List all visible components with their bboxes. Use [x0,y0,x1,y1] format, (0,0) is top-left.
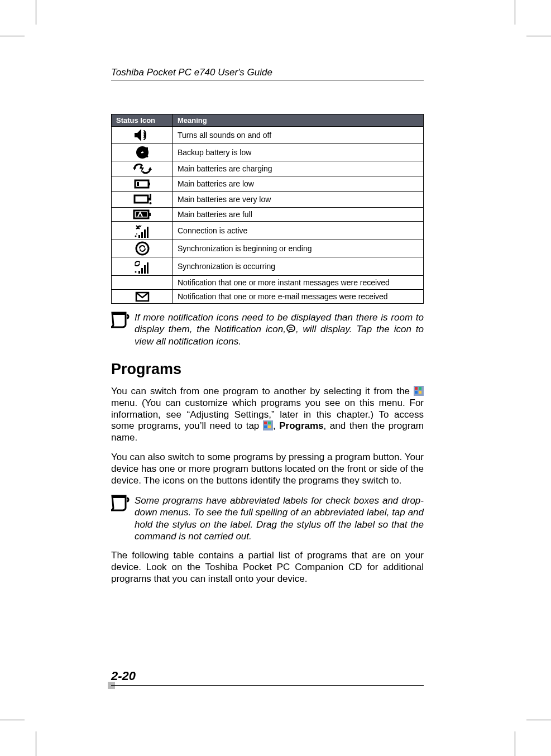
table-cell-meaning: Main batteries are very low [173,192,424,208]
batteries-very-low-icon [112,192,173,208]
svg-rect-23 [141,268,143,274]
table-header-meaning: Meaning [173,114,424,127]
body-paragraph: The following table contains a partial l… [111,550,424,585]
svg-rect-16 [141,232,143,238]
body-paragraph: You can also switch to some programs by … [111,452,424,487]
note-block: If more notification icons need to be di… [111,312,424,347]
crop-mark [515,731,515,756]
table-cell-meaning: Synchronization is beginning or ending [173,240,424,257]
svg-rect-7 [137,182,139,186]
sync-begin-end-icon [112,240,173,257]
table-cell-meaning: Synchronization is occurring [173,257,424,276]
svg-rect-28 [112,313,126,315]
status-icon-table: Status Icon Meaning Turns all sounds on … [111,114,424,304]
svg-point-26 [135,271,136,273]
svg-point-29 [287,325,295,332]
section-heading: Programs [111,361,424,378]
svg-rect-41 [268,425,271,428]
notification-overflow-icon [286,324,296,334]
batteries-full-icon [112,208,173,222]
im-received-icon [112,276,173,290]
header-rule [111,80,424,80]
crop-mark [36,731,36,756]
batteries-charging-icon [112,161,173,176]
svg-rect-22 [138,271,140,274]
svg-rect-33 [415,387,418,390]
svg-rect-15 [138,235,140,238]
table-cell-meaning: Turns all sounds on and off [173,127,424,144]
svg-rect-42 [112,496,126,498]
svg-point-21 [136,242,148,255]
svg-rect-10 [150,194,151,200]
svg-rect-18 [147,227,148,238]
svg-rect-17 [144,229,146,238]
body-paragraph: You can switch from one program to anoth… [111,386,424,444]
running-header: Toshiba Pocket PC e740 User's Guide [111,67,424,78]
crop-mark [0,720,25,720]
start-menu-icon [414,386,424,396]
table-header-icon: Status Icon [112,114,173,127]
crop-mark [526,36,551,36]
page-number: 2-20 [111,669,136,683]
table-cell-meaning: Main batteries are low [173,176,424,192]
table-cell-meaning: Main batteries are charging [173,161,424,176]
table-cell-meaning: Notification that one or more instant me… [173,276,424,290]
svg-rect-40 [264,425,267,428]
batteries-low-icon [112,176,173,192]
sync-occurring-icon [112,257,173,276]
svg-rect-8 [135,195,148,203]
svg-rect-25 [147,262,148,274]
backup-battery-low-icon [112,144,173,161]
svg-point-20 [136,233,137,235]
svg-rect-6 [148,183,150,185]
start-menu-icon [263,420,273,430]
svg-rect-3 [146,147,148,154]
note-text: Some programs have abbreviated labels fo… [135,495,424,542]
note-marker-icon [111,312,130,347]
svg-rect-39 [268,422,271,424]
sound-toggle-icon [112,127,173,144]
note-block: Some programs have abbreviated labels fo… [111,495,424,542]
connection-active-icon [112,222,173,240]
crop-mark [515,0,515,25]
svg-rect-38 [264,422,267,424]
svg-rect-35 [415,391,418,394]
crop-mark [36,0,36,25]
table-cell-meaning: Notification that one or more e-mail mes… [173,290,424,304]
svg-rect-36 [419,391,421,394]
svg-point-19 [135,236,136,237]
crop-mark [0,36,25,36]
crop-mark [526,720,551,720]
table-cell-meaning: Connection is active [173,222,424,240]
page-number-rule [111,685,424,686]
svg-rect-34 [419,387,421,390]
svg-rect-24 [144,265,146,274]
svg-rect-13 [148,213,151,216]
svg-point-11 [149,202,151,204]
svg-rect-9 [148,198,150,200]
table-cell-meaning: Main batteries are full [173,208,424,222]
svg-point-4 [146,155,148,157]
table-cell-meaning: Backup battery is low [173,144,424,161]
note-marker-icon [111,495,130,542]
email-received-icon [112,290,173,304]
